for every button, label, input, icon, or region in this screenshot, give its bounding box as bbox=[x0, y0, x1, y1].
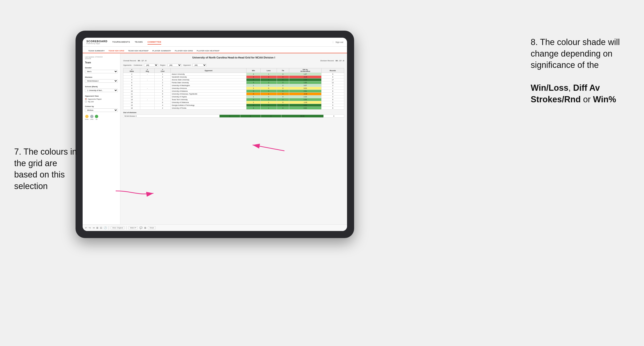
annotation-right-text: The colour shade will change depending o… bbox=[531, 37, 620, 70]
nav-link-tournaments[interactable]: TOURNAMENTS bbox=[112, 40, 130, 44]
tablet-frame: SCOREBOARD Powered by clippd TOURNAMENTS… bbox=[76, 31, 354, 238]
grid-area: University of North Carolina Head-to-Hea… bbox=[120, 53, 347, 224]
sidebar-division-label: Division bbox=[85, 76, 118, 78]
logo-sub: Powered by clippd bbox=[86, 43, 108, 44]
sidebar-gender-label: Gender bbox=[85, 67, 118, 69]
out-of-division-table: NCAA Division II 1 0 0 26.00 3 bbox=[123, 115, 344, 118]
toolbar-copy-icon[interactable]: ⊞ bbox=[96, 226, 98, 229]
subnav-team-h2h-grid[interactable]: TEAM H2H GRID bbox=[107, 49, 126, 53]
logo-area: SCOREBOARD Powered by clippd bbox=[86, 40, 108, 44]
out-of-division-row: NCAA Division II 1 0 0 26.00 3 bbox=[124, 115, 344, 118]
col-conf: #Conf bbox=[155, 68, 171, 73]
toolbar: ↩ ↪ ⇥ ⊞ ⊡ 🕐 View: Original Watch ▾ 💬 ⊞ S… bbox=[82, 224, 347, 231]
subnav-team-summary[interactable]: TEAM SUMMARY bbox=[86, 49, 107, 53]
annotation-right: 8. The colour shade will change dependin… bbox=[531, 36, 630, 105]
col-tie: Tie bbox=[277, 68, 289, 73]
nav-link-teams[interactable]: TEAMS bbox=[135, 40, 143, 44]
legend-label-level: Level bbox=[90, 119, 93, 120]
legend-row: Down Level Up bbox=[85, 115, 118, 120]
out-of-division: Out of division NCAA Division II 1 0 0 2… bbox=[123, 112, 344, 118]
table-row: 3 2 Vanderbilt University 0 4 0 -2.29 8 bbox=[124, 76, 344, 78]
radio-dot-opponents bbox=[85, 98, 87, 100]
table-row: 15 4 Georgia Institute of Technology 5 0… bbox=[124, 104, 344, 107]
sidebar-opponent-radio-group: Opponents Played Top 100 bbox=[85, 98, 118, 103]
table-row: 11 6 University of Arkansas, Fayettevill… bbox=[124, 93, 344, 95]
sidebar-gender-select[interactable]: Men's bbox=[85, 70, 118, 73]
subnav-team-h2h-heatmap[interactable]: TEAM H2H HEATMAP bbox=[126, 49, 150, 53]
annotation-left-text: The colours in the grid are based on thi… bbox=[14, 147, 77, 191]
logo-title: SCOREBOARD bbox=[86, 40, 108, 43]
toolbar-redo-icon[interactable]: ↪ bbox=[89, 226, 91, 229]
legend-level: Level bbox=[90, 115, 93, 120]
nav-link-committee[interactable]: COMMITTEE bbox=[148, 40, 162, 44]
sidebar-colour-by-section: Colour by Win/loss bbox=[85, 105, 118, 112]
col-opponent: Opponent bbox=[171, 68, 246, 73]
legend-label-up: Up bbox=[96, 119, 98, 120]
toolbar-divider bbox=[108, 226, 109, 230]
table-row: 4 - 1 Arizona State University 5 1 0 2.2… bbox=[124, 78, 344, 81]
opponent-filter-label: Opponent bbox=[184, 64, 191, 66]
table-row: 8 2 University of Washington 1 0 0 3.67 … bbox=[124, 84, 344, 87]
division-record: Division Record: 88 - 17 - 0 bbox=[320, 60, 344, 62]
toolbar-undo-icon[interactable]: ↩ bbox=[85, 226, 87, 229]
sidebar-colour-by-select[interactable]: Win/loss bbox=[85, 108, 118, 112]
table-row: 16 2 University of Florida 3 1 0 6.62 9 bbox=[124, 107, 344, 110]
annotation-sep1: , bbox=[568, 83, 573, 93]
radio-label-opponents: Opponents Played bbox=[88, 98, 102, 100]
annotation-left-number: 7. bbox=[14, 147, 21, 157]
subnav-player-summary[interactable]: PLAYER SUMMARY bbox=[150, 49, 173, 53]
main-content: Last Updated: 27/03/202416:55:38 Team Ge… bbox=[82, 53, 347, 224]
subnav-player-h2h-grid[interactable]: PLAYER H2H GRID bbox=[173, 49, 195, 53]
annotation-bold3: Win% bbox=[593, 95, 616, 104]
sidebar-gender-section: Gender Men's bbox=[85, 67, 118, 73]
col-diff: Diff AvStrokes/Rnd bbox=[289, 68, 321, 73]
sidebar-timestamp: Last Updated: 27/03/202416:55:38 bbox=[85, 56, 118, 59]
toolbar-view-btn[interactable]: View: Original bbox=[111, 226, 124, 229]
legend-label-down: Down bbox=[85, 119, 88, 120]
table-row: 14 6 University of Oklahoma 1 1 0 -1.00 … bbox=[124, 101, 344, 104]
sidebar-team-label: Team bbox=[85, 61, 118, 64]
grid-title: University of North Carolina Head-to-Hea… bbox=[123, 56, 344, 59]
sidebar-opponent-view-label: Opponent View bbox=[85, 95, 118, 97]
legend-dot-level bbox=[90, 115, 94, 118]
table-row: 2 - 1 Auburn University 2 1 0 1.67 9 bbox=[124, 73, 344, 76]
nav-links: TOURNAMENTS TEAMS COMMITTEE bbox=[112, 40, 333, 44]
sidebar-division-section: Division NCAA Division I bbox=[85, 76, 118, 83]
sidebar-school-select[interactable]: 1. University of Nort... bbox=[85, 89, 118, 92]
toolbar-share-btn[interactable]: Share bbox=[148, 226, 156, 229]
annotation-right-number: 8. bbox=[531, 37, 538, 47]
table-row: 12 3 University of Virginia 1 0 0 2.33 3 bbox=[124, 95, 344, 98]
toolbar-watch-btn[interactable]: Watch ▾ bbox=[128, 226, 138, 229]
overall-record: Overall Record: 89 - 17 - 0 bbox=[123, 60, 146, 62]
legend-down: Down bbox=[85, 115, 88, 120]
toolbar-comment-icon[interactable]: 💬 bbox=[140, 226, 142, 229]
conference-filter-select[interactable]: (All) bbox=[144, 64, 158, 67]
toolbar-clock-icon[interactable]: 🕐 bbox=[104, 226, 107, 229]
filter-row: Opponents: Conference (All) Region (All)… bbox=[123, 64, 344, 67]
sidebar-colour-by-label: Colour by bbox=[85, 105, 118, 108]
radio-dot-top100 bbox=[85, 101, 87, 103]
toolbar-paste-icon[interactable]: ⊡ bbox=[100, 226, 102, 229]
region-filter-select[interactable]: (All) bbox=[167, 64, 182, 67]
table-row: 10 5 University of Alabama 3 0 0 2.61 8 bbox=[124, 90, 344, 93]
col-rounds: Rounds bbox=[322, 68, 344, 73]
subnav-player-h2h-heatmap[interactable]: PLAYER H2H HEATMAP bbox=[195, 49, 222, 53]
table-row: 9 - 1 University of Arizona 1 0 0 9.00 2 bbox=[124, 87, 344, 90]
toolbar-nav-icon[interactable]: ⇥ bbox=[92, 226, 94, 229]
sidebar-opponent-view-section: Opponent View Opponents Played Top 100 bbox=[85, 95, 118, 103]
sub-nav: TEAM SUMMARY TEAM H2H GRID TEAM H2H HEAT… bbox=[82, 47, 347, 53]
sidebar-radio-opponents-played[interactable]: Opponents Played bbox=[85, 98, 118, 100]
out-of-division-label: Out of division bbox=[123, 112, 344, 114]
sidebar-team-section: Team bbox=[85, 61, 118, 64]
opponents-filter-label: Opponents: bbox=[123, 64, 132, 66]
opponent-filter-select[interactable]: (All) bbox=[192, 64, 206, 67]
sidebar-division-select[interactable]: NCAA Division I bbox=[85, 79, 118, 83]
toolbar-grid-icon[interactable]: ⊞ bbox=[144, 226, 146, 229]
legend-dot-down bbox=[85, 115, 88, 118]
sidebar: Last Updated: 27/03/202416:55:38 Team Ge… bbox=[82, 53, 120, 224]
sidebar-school-label: School (Rank) bbox=[85, 86, 118, 88]
sign-out[interactable]: Sign out bbox=[333, 41, 343, 43]
sidebar-radio-top100[interactable]: Top 100 bbox=[85, 101, 118, 103]
col-win: Win bbox=[246, 68, 260, 73]
region-filter-label: Region bbox=[160, 64, 165, 66]
